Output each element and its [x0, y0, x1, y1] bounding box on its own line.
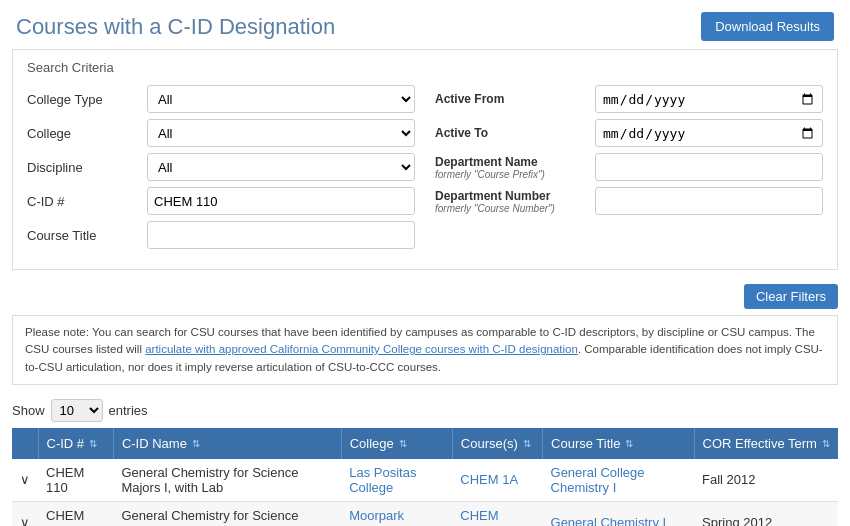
- dept-number-label: Department Number formerly "Course Numbe…: [435, 189, 595, 214]
- sort-icon-college: ⇅: [399, 438, 407, 449]
- college-label: College: [27, 126, 147, 141]
- cell-cor-term: Spring 2012: [694, 501, 838, 526]
- clear-filters-button[interactable]: Clear Filters: [744, 284, 838, 309]
- th-cor-term[interactable]: COR Effective Term ⇅: [694, 428, 838, 459]
- th-courses[interactable]: Course(s) ⇅: [452, 428, 542, 459]
- discipline-label: Discipline: [27, 160, 147, 175]
- active-to-label: Active To: [435, 126, 595, 140]
- cell-college[interactable]: Moorpark College: [341, 501, 452, 526]
- cell-cid: CHEM 110: [38, 459, 113, 502]
- sort-icon-cid-name: ⇅: [192, 438, 200, 449]
- sort-icon-courses: ⇅: [523, 438, 531, 449]
- download-button[interactable]: Download Results: [701, 12, 834, 41]
- college-type-select[interactable]: All: [147, 85, 415, 113]
- search-panel-title: Search Criteria: [27, 60, 823, 75]
- table-row: ∨CHEM 110General Chemistry for Science M…: [12, 501, 838, 526]
- cell-courses[interactable]: CHEM M01A: [452, 501, 542, 526]
- course-title-label: Course Title: [27, 228, 147, 243]
- cell-college[interactable]: Las Positas College: [341, 459, 452, 502]
- show-label: Show: [12, 403, 45, 418]
- college-type-label: College Type: [27, 92, 147, 107]
- college-select[interactable]: All: [147, 119, 415, 147]
- actions-row: Clear Filters: [0, 278, 850, 315]
- active-from-input[interactable]: [595, 85, 823, 113]
- search-panel: Search Criteria College Type All College…: [12, 49, 838, 270]
- sort-icon-cor-term: ⇅: [822, 438, 830, 449]
- notice-link1[interactable]: articulate with approved California Comm…: [145, 343, 578, 355]
- notice: Please note: You can search for CSU cour…: [12, 315, 838, 385]
- sort-icon-course-title: ⇅: [625, 438, 633, 449]
- active-to-input[interactable]: [595, 119, 823, 147]
- cell-cid-name: General Chemistry for Science Majors I, …: [113, 459, 341, 502]
- cell-cor-term: Fall 2012: [694, 459, 838, 502]
- row-toggle[interactable]: ∨: [12, 459, 38, 502]
- course-title-input[interactable]: [147, 221, 415, 249]
- cell-cid-name: General Chemistry for Science Majors I, …: [113, 501, 341, 526]
- entries-suffix: entries: [109, 403, 148, 418]
- show-entries-row: Show 10 25 50 100 entries: [0, 393, 850, 428]
- th-college[interactable]: College ⇅: [341, 428, 452, 459]
- discipline-select[interactable]: All: [147, 153, 415, 181]
- results-table: C-ID # ⇅ C-ID Name ⇅ College ⇅ Course(s): [12, 428, 838, 526]
- page-title: Courses with a C-ID Designation: [16, 14, 335, 40]
- page-header: Courses with a C-ID Designation Download…: [0, 0, 850, 49]
- table-row: ∨CHEM 110General Chemistry for Science M…: [12, 459, 838, 502]
- cell-course-title[interactable]: General College Chemistry I: [543, 459, 695, 502]
- cid-input[interactable]: [147, 187, 415, 215]
- cell-courses[interactable]: CHEM 1A: [452, 459, 542, 502]
- th-cid[interactable]: C-ID # ⇅: [38, 428, 113, 459]
- th-course-title[interactable]: Course Title ⇅: [543, 428, 695, 459]
- active-from-label: Active From: [435, 92, 595, 106]
- dept-name-label: Department Name formerly "Course Prefix"…: [435, 155, 595, 180]
- dept-number-input[interactable]: [595, 187, 823, 215]
- cid-label: C-ID #: [27, 194, 147, 209]
- row-toggle[interactable]: ∨: [12, 501, 38, 526]
- dept-name-input[interactable]: [595, 153, 823, 181]
- th-toggle: [12, 428, 38, 459]
- sort-icon-cid: ⇅: [89, 438, 97, 449]
- cell-cid: CHEM 110: [38, 501, 113, 526]
- cell-course-title[interactable]: General Chemistry I: [543, 501, 695, 526]
- entries-per-page-select[interactable]: 10 25 50 100: [51, 399, 103, 422]
- table-header-row: C-ID # ⇅ C-ID Name ⇅ College ⇅ Course(s): [12, 428, 838, 459]
- th-cid-name[interactable]: C-ID Name ⇅: [113, 428, 341, 459]
